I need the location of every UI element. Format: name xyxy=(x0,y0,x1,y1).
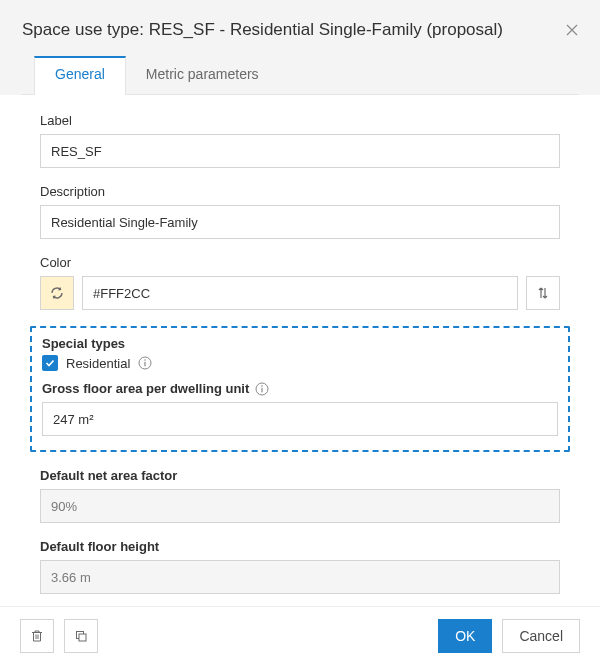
description-input[interactable] xyxy=(40,205,560,239)
trash-icon xyxy=(30,629,44,643)
color-input[interactable] xyxy=(82,276,518,310)
special-types-highlight: Special types Residential Gross floor ar… xyxy=(30,326,570,452)
tab-general[interactable]: General xyxy=(34,56,126,95)
space-use-type-dialog: Space use type: RES_SF - Residential Sin… xyxy=(0,0,600,665)
color-swap-button[interactable] xyxy=(526,276,560,310)
info-icon xyxy=(255,382,269,396)
color-row xyxy=(40,276,560,310)
field-special-types: Special types Residential xyxy=(42,336,558,371)
svg-point-1 xyxy=(145,359,147,361)
close-icon xyxy=(566,24,578,36)
dialog-title: Space use type: RES_SF - Residential Sin… xyxy=(22,20,578,40)
info-icon xyxy=(138,356,152,370)
dialog-body: Label Description Color Special types xyxy=(0,95,600,606)
svg-rect-5 xyxy=(262,387,263,392)
floor-height-label: Default floor height xyxy=(40,539,560,554)
field-floor-height: Default floor height xyxy=(40,539,560,594)
gfadu-input[interactable] xyxy=(42,402,558,436)
field-color: Color xyxy=(40,255,560,310)
dialog-footer: OK Cancel xyxy=(0,606,600,665)
description-label: Description xyxy=(40,184,560,199)
field-net-area: Default net area factor xyxy=(40,468,560,523)
gfadu-label: Gross floor area per dwelling unit xyxy=(42,381,249,396)
residential-checkbox-label: Residential xyxy=(66,356,130,371)
swap-vertical-icon xyxy=(536,286,550,300)
svg-rect-7 xyxy=(79,634,86,641)
field-description: Description xyxy=(40,184,560,239)
ok-button[interactable]: OK xyxy=(438,619,492,653)
floor-height-input[interactable] xyxy=(40,560,560,594)
color-label: Color xyxy=(40,255,560,270)
dialog-header: Space use type: RES_SF - Residential Sin… xyxy=(0,0,600,95)
duplicate-icon xyxy=(74,629,88,643)
close-button[interactable] xyxy=(564,22,580,38)
svg-rect-2 xyxy=(145,362,146,367)
refresh-icon xyxy=(49,285,65,301)
special-types-heading: Special types xyxy=(42,336,558,351)
color-swatch-button[interactable] xyxy=(40,276,74,310)
check-icon xyxy=(45,358,55,368)
svg-point-4 xyxy=(262,385,264,387)
footer-right: OK Cancel xyxy=(438,619,580,653)
residential-checkbox[interactable] xyxy=(42,355,58,371)
label-input[interactable] xyxy=(40,134,560,168)
gfadu-info-button[interactable] xyxy=(255,382,269,396)
delete-button[interactable] xyxy=(20,619,54,653)
net-area-label: Default net area factor xyxy=(40,468,560,483)
footer-left xyxy=(20,619,98,653)
cancel-button[interactable]: Cancel xyxy=(502,619,580,653)
tab-metric-parameters[interactable]: Metric parameters xyxy=(126,56,279,94)
field-label: Label xyxy=(40,113,560,168)
duplicate-button[interactable] xyxy=(64,619,98,653)
tab-bar: General Metric parameters xyxy=(22,56,578,95)
gfadu-label-row: Gross floor area per dwelling unit xyxy=(42,381,558,396)
net-area-input[interactable] xyxy=(40,489,560,523)
field-gfadu: Gross floor area per dwelling unit xyxy=(42,381,558,436)
residential-info-button[interactable] xyxy=(138,356,152,370)
residential-checkbox-row: Residential xyxy=(42,355,558,371)
label-label: Label xyxy=(40,113,560,128)
